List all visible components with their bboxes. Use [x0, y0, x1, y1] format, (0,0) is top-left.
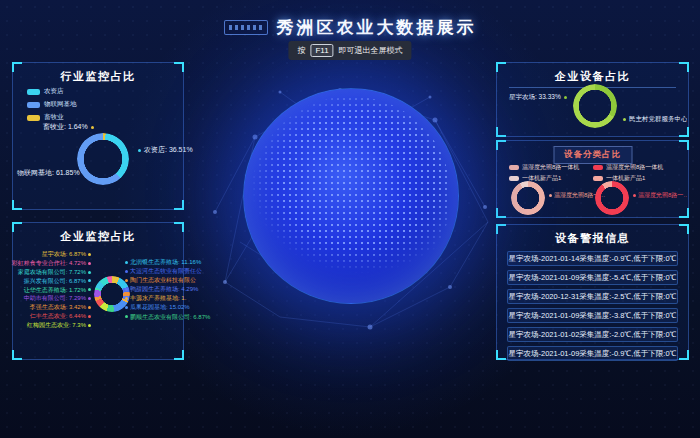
device-donut-chart[interactable]: [573, 84, 617, 128]
panel-title-boxed: 设备分类占比: [553, 146, 632, 164]
label-dot: [88, 279, 91, 282]
pie-label: 陶门生态农业科技有限公: [125, 277, 196, 284]
label-dot: [623, 118, 626, 121]
legend-swatch: [509, 165, 519, 170]
alarm-row[interactable]: 星宇农场-2021-01-09采集温度:-3.8℃,低于下限:0℃: [507, 308, 678, 323]
legend-label: 农资店: [44, 87, 64, 96]
legend-item[interactable]: 温湿度光照8路一体机: [509, 163, 579, 172]
label-dot: [125, 288, 128, 291]
industry-legend: 农资店 物联网基地 畜牧业: [27, 87, 77, 122]
label-dot: [88, 324, 91, 327]
pie-label: 让华生态养殖场: 1.72%: [24, 287, 91, 294]
pie-label: 瓜果花园基地: 15.02%: [125, 304, 190, 311]
alarm-row[interactable]: 星宇农场-2021-01-09采集温度:-5.4℃,低于下限:0℃: [507, 270, 678, 285]
pie-label: 丰源水产养殖基地: 1.: [125, 295, 186, 302]
label-dot: [88, 306, 91, 309]
legend-swatch: [509, 176, 519, 181]
legend-swatch: [27, 89, 40, 95]
pie-label: 鹏顺生态农业有限公司: 6.87%: [125, 314, 210, 321]
pie-label-iot: 物联网基地: 61.85%: [17, 168, 86, 178]
globe-dot-map: [251, 96, 451, 296]
alarm-row[interactable]: 星宇农场-2021-01-02采集温度:-2.0℃,低于下限:0℃: [507, 327, 678, 342]
panel-device-class-ratio: 设备分类占比 温湿度光照8路一体机 一体机新产品1 温湿度光照8路一… 温湿度光…: [496, 140, 689, 218]
legend-item[interactable]: 温湿度光照8路一体机: [593, 163, 663, 172]
header: 秀洲区农业大数据展示: [0, 16, 700, 39]
pie-label: 鸭甜园生态养殖场: 4.29%: [125, 286, 198, 293]
class-donut-right[interactable]: [595, 181, 629, 215]
pie-label: 李强生态农场: 3.42%: [30, 304, 91, 311]
legend-item[interactable]: 一体机新产品1: [593, 174, 663, 183]
label-dot: [125, 297, 128, 300]
pie-label: 红梅园生态农业: 7.3%: [27, 322, 91, 329]
f11-keycap: F11: [310, 44, 333, 57]
pie-label: 大运河生态牧业有限责任公: [125, 268, 202, 275]
panel-alarm-info: 设备警报信息 星宇农场-2021-01-14采集温度:-0.9℃,低于下限:0℃…: [496, 224, 689, 360]
pie-label: 振兴发有限公司: 6.87%: [24, 278, 91, 285]
pie-label-xingyu: 星宇农场: 33.33%: [509, 93, 567, 102]
label-dot: [549, 194, 552, 197]
label-dot: [125, 270, 128, 273]
pie-label: 彩虹粮食专业合作社: 4.72%: [12, 260, 91, 267]
tooltip-suffix: 即可退出全屏模式: [339, 45, 403, 57]
alarm-row[interactable]: 星宇农场-2021-01-14采集温度:-0.9℃,低于下限:0℃: [507, 251, 678, 266]
pie-label: 仁丰生态农业: 6.44%: [30, 313, 91, 320]
panel-title: 企业设备占比: [497, 63, 688, 84]
legend-swatch: [27, 115, 40, 121]
panel-title: 设备警报信息: [497, 225, 688, 246]
label-dot: [88, 253, 91, 256]
label-dot: [88, 262, 91, 265]
legend-label: 畜牧业: [44, 113, 64, 122]
label-dot: [138, 149, 141, 152]
alarm-row[interactable]: 星宇农场-2021-01-09采集温度:-0.9℃,低于下限:0℃: [507, 346, 678, 361]
panel-industry-ratio: 行业监控占比 农资店 物联网基地 畜牧业 畜牧业: 1.64% 农资店: 36.…: [12, 62, 184, 210]
label-dot: [125, 261, 128, 264]
legend-label: 温湿度光照8路一体机: [522, 163, 579, 172]
legend-swatch: [593, 165, 603, 170]
label-dot: [91, 126, 94, 129]
legend-item[interactable]: 一体机新产品1: [509, 174, 579, 183]
globe-graphic: [243, 88, 459, 304]
pie-label: 温湿度光照8路一…: [633, 191, 687, 200]
panel-title: 企业监控占比: [13, 223, 183, 244]
pie-label: 星宇农场: 6.87%: [42, 251, 91, 258]
label-dot: [88, 297, 91, 300]
dashboard-root: 秀洲区农业大数据展示 按 F11 即可退出全屏模式 行业监控占比 农资店 物联网…: [0, 0, 700, 438]
label-dot: [125, 315, 128, 318]
pie-label: 北润银生态养殖场: 11.16%: [125, 259, 201, 266]
enterprise-labels-left: 星宇农场: 6.87% 彩虹粮食专业合作社: 4.72% 家庭农场有限公司: 7…: [17, 251, 91, 329]
legend-swatch: [593, 176, 603, 181]
legend-label: 温湿度光照8路一体机: [606, 163, 663, 172]
enterprise-labels-right: 北润银生态养殖场: 11.16% 大运河生态牧业有限责任公 陶门生态农业科技有限…: [125, 259, 203, 320]
panel-enterprise-ratio: 企业监控占比 星宇农场: 6.87% 彩虹粮食专业合作社: 4.72% 家庭农场…: [12, 222, 184, 360]
pie-label-minzhucun: 民主村党群服务中心: [623, 115, 687, 124]
legend-item[interactable]: 农资店: [27, 87, 77, 96]
pie-label: 家庭农场有限公司: 7.72%: [18, 269, 91, 276]
label-dot: [125, 279, 128, 282]
panel-device-ratio: 企业设备占比 星宇农场: 33.33% 民主村党群服务中心: [496, 62, 689, 137]
legend-label: 物联网基地: [44, 100, 77, 109]
label-dot: [83, 172, 86, 175]
class-legend-left: 温湿度光照8路一体机 一体机新产品1: [509, 163, 579, 183]
label-dot: [564, 96, 567, 99]
pie-label: 中助市有限公司: 7.29%: [24, 295, 91, 302]
panel-title: 行业监控占比: [13, 63, 183, 84]
label-dot: [88, 271, 91, 274]
pie-label-livestock: 畜牧业: 1.64%: [43, 122, 94, 132]
label-dot: [633, 194, 636, 197]
brand-logo: [224, 20, 268, 35]
label-dot: [125, 306, 128, 309]
label-dot: [88, 315, 91, 318]
page-title: 秀洲区农业大数据展示: [277, 16, 477, 39]
alarm-row[interactable]: 星宇农场-2020-12-31采集温度:-2.5℃,低于下限:0℃: [507, 289, 678, 304]
legend-item[interactable]: 畜牧业: [27, 113, 77, 122]
class-donut-left[interactable]: [511, 181, 545, 215]
tooltip-prefix: 按: [297, 45, 305, 57]
legend-swatch: [27, 102, 40, 108]
fullscreen-tooltip: 按 F11 即可退出全屏模式: [288, 41, 411, 60]
alarm-list: 星宇农场-2021-01-14采集温度:-0.9℃,低于下限:0℃星宇农场-20…: [507, 251, 678, 361]
legend-item[interactable]: 物联网基地: [27, 100, 77, 109]
label-dot: [88, 288, 91, 291]
pie-label-store: 农资店: 36.51%: [138, 145, 193, 155]
class-legend-right: 温湿度光照8路一体机 一体机新产品1: [593, 163, 663, 183]
